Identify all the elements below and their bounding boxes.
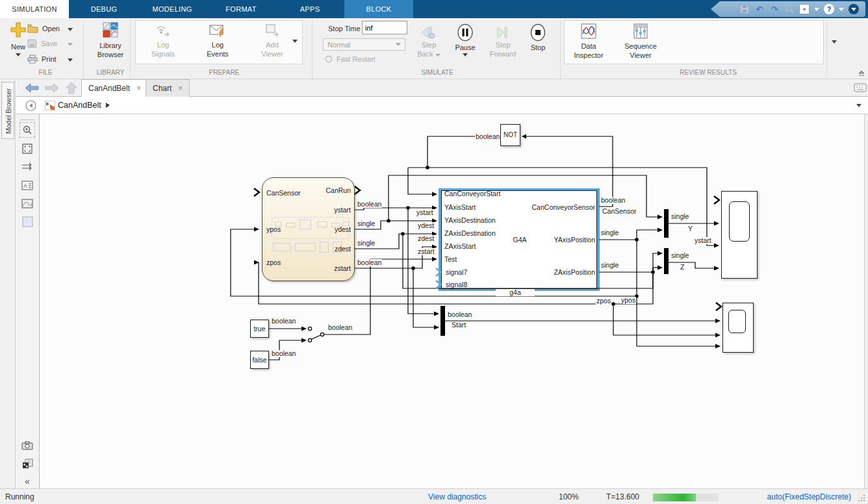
fit-to-view-icon[interactable] bbox=[19, 141, 35, 157]
sim-progress-bar bbox=[653, 494, 718, 501]
image-annotation-icon[interactable] bbox=[19, 195, 35, 211]
add-viewer-icon bbox=[264, 23, 280, 38]
subsystem-badge-icon[interactable] bbox=[19, 456, 35, 472]
scope-block[interactable] bbox=[721, 191, 758, 279]
signal-type-label: boolean bbox=[271, 318, 296, 325]
g4a-instance-label: g4a bbox=[496, 289, 535, 296]
model-canvas[interactable] bbox=[40, 114, 864, 488]
pause-caret-icon[interactable] bbox=[463, 53, 468, 57]
tab-debug[interactable]: DEBUG bbox=[70, 0, 138, 18]
collapse-ribbon-icon[interactable] bbox=[858, 70, 865, 77]
signal-type-label: boolean bbox=[357, 201, 382, 208]
g4a-input-label: signal7 bbox=[446, 268, 467, 276]
svg-text:A: A bbox=[23, 183, 27, 189]
tab-apps[interactable]: APPS bbox=[275, 0, 344, 18]
log-events-button[interactable]: Log Events bbox=[201, 23, 234, 58]
doc-tab-canandbelt[interactable]: CanAndBelt× bbox=[81, 79, 148, 97]
help-icon[interactable]: ? bbox=[824, 4, 834, 14]
view-diagnostics-link[interactable]: View diagnostics bbox=[428, 492, 486, 501]
section-label-prepare: PREPARE bbox=[185, 69, 263, 76]
zoom-tool-icon[interactable] bbox=[19, 122, 35, 138]
breadcrumb-model-name[interactable]: CanAndBelt bbox=[58, 101, 101, 110]
sequence-viewer-button[interactable]: Sequence Viewer bbox=[624, 23, 657, 60]
doc-tab-chart[interactable]: Chart× bbox=[146, 79, 190, 97]
pause-button[interactable]: Pause bbox=[451, 23, 479, 57]
area-tool-icon[interactable] bbox=[19, 214, 35, 229]
collapse-gutter-icon[interactable]: « bbox=[19, 473, 35, 489]
g4a-input-label: ZAxisDestination bbox=[444, 229, 496, 237]
breadcrumb-caret-icon[interactable] bbox=[856, 104, 862, 107]
step-back-button: StepBack bbox=[414, 25, 444, 58]
close-tab-icon[interactable]: × bbox=[178, 84, 183, 93]
signal-type-label: single bbox=[357, 240, 376, 247]
help-caret-icon[interactable] bbox=[839, 8, 844, 11]
tab-modeling[interactable]: MODELING bbox=[138, 0, 207, 18]
model-browser-tab[interactable]: Model Browser bbox=[1, 82, 14, 139]
chart-port-label: zpos bbox=[266, 258, 281, 266]
signal-type-label: single bbox=[670, 252, 689, 259]
print-caret-icon[interactable] bbox=[68, 58, 73, 62]
redo-icon[interactable]: ↷ bbox=[769, 4, 780, 14]
g4a-input-label: YAxisDestination bbox=[444, 216, 496, 224]
chart-port-label: ystart bbox=[299, 206, 351, 214]
solver-link[interactable]: auto(FixedStepDiscrete) bbox=[767, 492, 851, 501]
forward-icon bbox=[45, 83, 59, 93]
log-signals-button: Log Signals bbox=[147, 23, 179, 58]
print-button[interactable]: Print bbox=[27, 55, 57, 64]
stop-time-input[interactable] bbox=[362, 21, 407, 34]
sequence-viewer-icon bbox=[633, 23, 648, 39]
stop-button[interactable]: Stop bbox=[525, 23, 551, 52]
data-inspector-button[interactable]: Data Inspector bbox=[572, 23, 606, 60]
sim-time: T=13.600 bbox=[606, 492, 639, 501]
show-model-browser-icon[interactable] bbox=[25, 100, 36, 111]
resize-grip-icon[interactable] bbox=[858, 494, 865, 502]
save-button: Save bbox=[27, 39, 57, 48]
library-browser-icon bbox=[103, 22, 118, 38]
search-icon[interactable] bbox=[784, 4, 795, 14]
keyboard-icon[interactable] bbox=[854, 83, 867, 92]
g4a-input-label: ZAxisStart bbox=[444, 242, 476, 250]
favorites-icon[interactable]: » bbox=[799, 4, 810, 14]
print-icon bbox=[27, 55, 38, 64]
minimize-toolstrip-icon[interactable] bbox=[849, 4, 859, 14]
constant-true-block[interactable]: true bbox=[250, 320, 269, 338]
save-icon[interactable] bbox=[739, 4, 750, 14]
signal-name-label: ypos bbox=[620, 297, 636, 304]
favorites-caret-icon[interactable] bbox=[814, 8, 819, 11]
chart-port-label: CanSensor bbox=[266, 189, 301, 197]
screenshot-icon[interactable] bbox=[19, 438, 35, 453]
chart-port-label: zdest bbox=[299, 245, 351, 253]
route-signals-icon[interactable] bbox=[19, 159, 35, 175]
signal-name-label: Z bbox=[680, 264, 685, 271]
model-browser-panel: Model Browser bbox=[0, 79, 16, 488]
tab-block[interactable]: BLOCK bbox=[344, 0, 413, 18]
signal-name-label: Start bbox=[451, 321, 466, 329]
zoom-level: 100% bbox=[559, 492, 579, 501]
chart-port-label: ypos bbox=[266, 225, 281, 233]
annotation-icon[interactable]: A bbox=[19, 177, 35, 193]
library-browser-button[interactable]: Library Browser bbox=[94, 22, 127, 59]
tab-format[interactable]: FORMAT bbox=[207, 0, 275, 18]
breadcrumb-arrow-icon[interactable] bbox=[106, 103, 110, 108]
open-caret-icon[interactable] bbox=[68, 28, 73, 31]
open-button[interactable]: Open bbox=[27, 24, 60, 33]
step-back-icon bbox=[420, 25, 437, 40]
ribbon-more-caret-icon[interactable] bbox=[832, 40, 837, 44]
constant-false-block[interactable]: false bbox=[250, 351, 269, 369]
back-icon[interactable] bbox=[25, 83, 39, 93]
signal-name-label: Y bbox=[687, 225, 693, 233]
scope-block[interactable] bbox=[722, 303, 754, 353]
undo-icon[interactable]: ↶ bbox=[754, 4, 765, 14]
breadcrumb: CanAndBelt bbox=[16, 97, 868, 114]
tab-simulation[interactable]: SIMULATION bbox=[0, 0, 69, 18]
not-block[interactable]: NOT bbox=[500, 124, 520, 146]
open-folder-icon bbox=[27, 24, 38, 33]
signal-name-label: ystart bbox=[416, 209, 434, 216]
new-caret-icon[interactable] bbox=[16, 53, 21, 57]
ribbon: New Open Save Print FILE Library Browser… bbox=[0, 18, 868, 79]
close-tab-icon[interactable]: × bbox=[136, 84, 141, 93]
signal-type-label: boolean bbox=[600, 197, 626, 204]
signal-type-label: boolean bbox=[447, 311, 472, 318]
canvas-toolbar: A « bbox=[16, 114, 40, 488]
prepare-more-caret-icon[interactable] bbox=[292, 40, 298, 43]
